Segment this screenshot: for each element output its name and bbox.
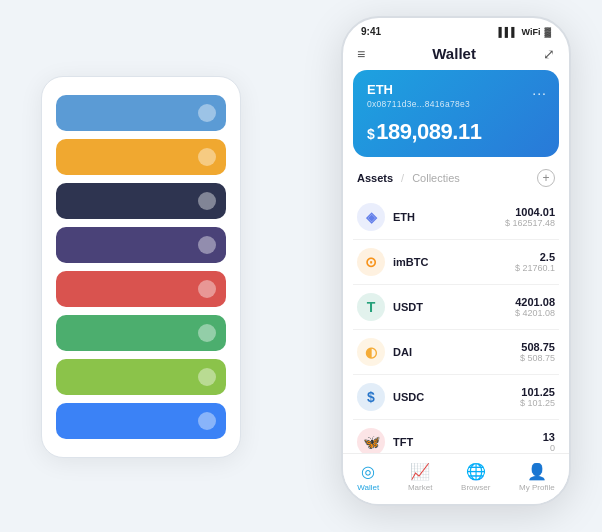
asset-amount: 101.25	[520, 386, 555, 398]
asset-values-imbtc: 2.5$ 21760.1	[515, 251, 555, 273]
card-item-1[interactable]	[56, 139, 226, 175]
assets-tabs: Assets / Collecties	[357, 172, 460, 184]
card-dot-icon	[198, 236, 216, 254]
asset-name-usdt: USDT	[393, 301, 515, 313]
card-item-4[interactable]	[56, 271, 226, 307]
usdt-icon: T	[357, 293, 385, 321]
menu-icon[interactable]: ≡	[357, 46, 365, 62]
phone-mockup: 9:41 ▌▌▌ WiFi ▓ ≡ Wallet ⤢ ETH 0x08711d3…	[341, 16, 571, 506]
asset-values-usdc: 101.25$ 101.25	[520, 386, 555, 408]
status-bar: 9:41 ▌▌▌ WiFi ▓	[343, 18, 569, 41]
asset-name-usdc: USDC	[393, 391, 520, 403]
asset-name-imbtc: imBTC	[393, 256, 515, 268]
asset-usd: $ 21760.1	[515, 263, 555, 273]
asset-row-tft[interactable]: 🦋TFT130	[353, 420, 559, 453]
asset-row-imbtc[interactable]: ⊙imBTC2.5$ 21760.1	[353, 240, 559, 285]
card-dot-icon	[198, 280, 216, 298]
time: 9:41	[361, 26, 381, 37]
card-dot-icon	[198, 104, 216, 122]
card-menu-dots[interactable]: ...	[532, 82, 547, 98]
asset-name-eth: ETH	[393, 211, 505, 223]
add-asset-button[interactable]: +	[537, 169, 555, 187]
asset-values-dai: 508.75$ 508.75	[520, 341, 555, 363]
card-item-5[interactable]	[56, 315, 226, 351]
card-item-2[interactable]	[56, 183, 226, 219]
eth-icon: ◈	[357, 203, 385, 231]
nav-label-browser: Browser	[461, 483, 490, 492]
tft-icon: 🦋	[357, 428, 385, 453]
tab-collecties[interactable]: Collecties	[412, 172, 460, 184]
nav-item-my-profile[interactable]: 👤My Profile	[519, 462, 555, 492]
battery-icon: ▓	[544, 27, 551, 37]
asset-amount: 2.5	[515, 251, 555, 263]
page-title: Wallet	[432, 45, 476, 62]
asset-row-usdc[interactable]: $USDC101.25$ 101.25	[353, 375, 559, 420]
asset-values-eth: 1004.01$ 162517.48	[505, 206, 555, 228]
nav-icon-browser: 🌐	[466, 462, 486, 481]
asset-usd: $ 508.75	[520, 353, 555, 363]
nav-icon-market: 📈	[410, 462, 430, 481]
assets-header: Assets / Collecties +	[343, 167, 569, 195]
asset-usd: $ 4201.08	[515, 308, 555, 318]
asset-name-tft: TFT	[393, 436, 543, 448]
signal-icon: ▌▌▌	[498, 27, 517, 37]
asset-row-usdt[interactable]: TUSDT4201.08$ 4201.08	[353, 285, 559, 330]
asset-name-dai: DAI	[393, 346, 520, 358]
card-dot-icon	[198, 324, 216, 342]
nav-item-market[interactable]: 📈Market	[408, 462, 432, 492]
asset-list: ◈ETH1004.01$ 162517.48⊙imBTC2.5$ 21760.1…	[343, 195, 569, 453]
phone-header: ≡ Wallet ⤢	[343, 41, 569, 70]
nav-label-wallet: Wallet	[357, 483, 379, 492]
bottom-nav: ◎Wallet📈Market🌐Browser👤My Profile	[343, 453, 569, 504]
nav-label-market: Market	[408, 483, 432, 492]
asset-usd: 0	[543, 443, 555, 453]
balance-amount: $189,089.11	[367, 119, 545, 145]
asset-usd: $ 101.25	[520, 398, 555, 408]
asset-amount: 4201.08	[515, 296, 555, 308]
asset-amount: 508.75	[520, 341, 555, 353]
card-item-7[interactable]	[56, 403, 226, 439]
card-stack	[41, 76, 241, 458]
wifi-icon: WiFi	[522, 27, 541, 37]
card-item-6[interactable]	[56, 359, 226, 395]
status-icons: ▌▌▌ WiFi ▓	[498, 27, 551, 37]
dai-icon: ◐	[357, 338, 385, 366]
imbtc-icon: ⊙	[357, 248, 385, 276]
nav-label-my-profile: My Profile	[519, 483, 555, 492]
scene: 9:41 ▌▌▌ WiFi ▓ ≡ Wallet ⤢ ETH 0x08711d3…	[21, 16, 581, 516]
usdc-icon: $	[357, 383, 385, 411]
tab-assets[interactable]: Assets	[357, 172, 393, 184]
card-dot-icon	[198, 192, 216, 210]
nav-item-browser[interactable]: 🌐Browser	[461, 462, 490, 492]
currency-symbol: $	[367, 126, 374, 142]
asset-row-dai[interactable]: ◐DAI508.75$ 508.75	[353, 330, 559, 375]
asset-row-eth[interactable]: ◈ETH1004.01$ 162517.48	[353, 195, 559, 240]
card-dot-icon	[198, 148, 216, 166]
asset-values-tft: 130	[543, 431, 555, 453]
nav-item-wallet[interactable]: ◎Wallet	[357, 462, 379, 492]
balance-card: ETH 0x08711d3e...8416a78e3 $189,089.11 .…	[353, 70, 559, 157]
card-item-0[interactable]	[56, 95, 226, 131]
card-dot-icon	[198, 368, 216, 386]
expand-icon[interactable]: ⤢	[543, 46, 555, 62]
asset-values-usdt: 4201.08$ 4201.08	[515, 296, 555, 318]
nav-icon-my-profile: 👤	[527, 462, 547, 481]
tab-separator: /	[401, 172, 404, 184]
asset-amount: 1004.01	[505, 206, 555, 218]
card-item-3[interactable]	[56, 227, 226, 263]
asset-amount: 13	[543, 431, 555, 443]
card-dot-icon	[198, 412, 216, 430]
balance-address: 0x08711d3e...8416a78e3	[367, 99, 545, 109]
balance-coin-name: ETH	[367, 82, 545, 97]
nav-icon-wallet: ◎	[361, 462, 375, 481]
asset-usd: $ 162517.48	[505, 218, 555, 228]
